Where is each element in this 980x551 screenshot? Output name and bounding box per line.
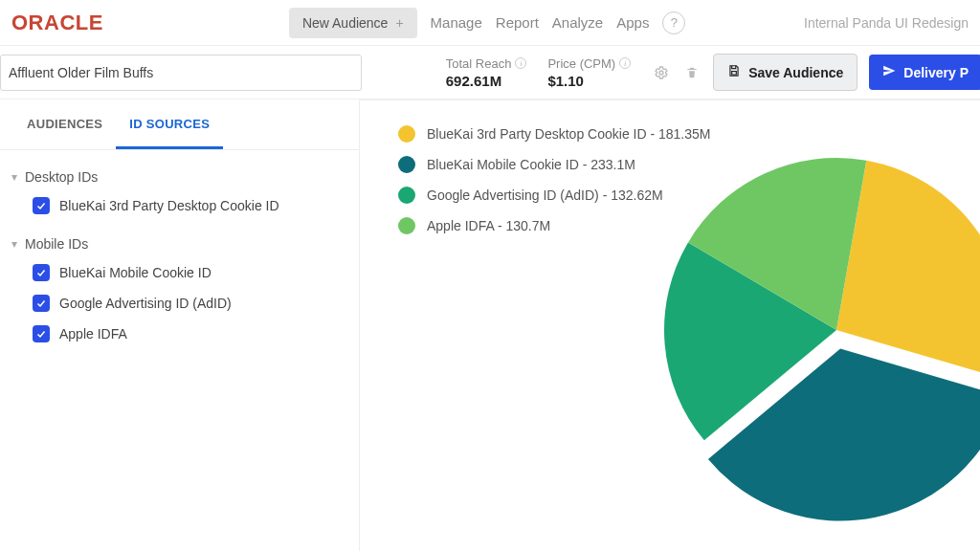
save-label: Save Audience	[748, 65, 843, 80]
main-panel: BlueKai 3rd Party Desktop Cookie ID - 18…	[360, 99, 980, 551]
nav-manage[interactable]: Manage	[431, 14, 482, 31]
save-icon	[727, 64, 741, 80]
delivery-button[interactable]: Delivery P	[869, 55, 980, 90]
tree-item-mobile-cookie[interactable]: BlueKai Mobile Cookie ID	[11, 257, 347, 288]
tree-group-mobile: ▾ Mobile IDs BlueKai Mobile Cookie ID Go…	[11, 232, 347, 349]
new-audience-button[interactable]: New Audience +	[289, 8, 417, 38]
tree-group-label: Mobile IDs	[25, 236, 88, 252]
tab-audiences[interactable]: AUDIENCES	[13, 99, 116, 149]
pie-chart	[645, 139, 980, 521]
chevron-down-icon: ▾	[11, 237, 17, 251]
svg-rect-1	[732, 72, 737, 76]
tree-item-desktop-cookie[interactable]: BlueKai 3rd Party Desktop Cookie ID	[11, 190, 347, 221]
sidebar: AUDIENCES ID SOURCES ▾ Desktop IDs BlueK…	[0, 99, 360, 551]
nav-report[interactable]: Report	[496, 14, 539, 31]
metric-cpm: Price (CPM) i $1.10	[547, 56, 631, 89]
tree-group-header-desktop[interactable]: ▾ Desktop IDs	[11, 165, 347, 190]
metric-cpm-value: $1.10	[547, 73, 631, 89]
svg-point-0	[659, 71, 663, 75]
checkbox-checked-icon[interactable]	[33, 264, 50, 281]
help-icon[interactable]: ?	[662, 11, 685, 34]
tree-item-label: BlueKai Mobile Cookie ID	[59, 265, 212, 280]
checkbox-checked-icon[interactable]	[33, 325, 50, 342]
checkbox-checked-icon[interactable]	[33, 295, 50, 312]
tree-item-apple-idfa[interactable]: Apple IDFA	[11, 319, 347, 349]
top-bar: ORACLE New Audience + Manage Report Anal…	[0, 0, 980, 46]
save-audience-button[interactable]: Save Audience	[713, 54, 858, 91]
project-name: Internal Panda UI Redesign	[804, 15, 969, 31]
tree-group-desktop: ▾ Desktop IDs BlueKai 3rd Party Desktop …	[11, 165, 347, 221]
tree-item-label: BlueKai 3rd Party Desktop Cookie ID	[59, 198, 279, 213]
plus-icon: +	[395, 15, 403, 31]
brand-logo: ORACLE	[11, 11, 103, 35]
chevron-down-icon: ▾	[11, 170, 17, 184]
nav-apps[interactable]: Apps	[616, 14, 649, 31]
info-icon[interactable]: i	[619, 57, 631, 69]
metric-reach: Total Reach i 692.61M	[446, 56, 527, 89]
legend-swatch	[398, 156, 415, 173]
metric-cpm-label: Price (CPM)	[547, 56, 615, 71]
id-source-tree: ▾ Desktop IDs BlueKai 3rd Party Desktop …	[0, 150, 359, 376]
checkbox-checked-icon[interactable]	[33, 197, 50, 214]
legend-label: Apple IDFA - 130.7M	[427, 218, 550, 233]
tree-group-label: Desktop IDs	[25, 169, 98, 185]
legend-swatch	[398, 125, 415, 143]
paper-plane-icon	[882, 64, 896, 80]
gear-icon[interactable]	[652, 63, 671, 82]
legend-swatch	[398, 187, 415, 204]
new-audience-label: New Audience	[302, 15, 389, 31]
tab-id-sources[interactable]: ID SOURCES	[116, 99, 223, 149]
metric-reach-label: Total Reach	[446, 56, 512, 71]
tree-group-header-mobile[interactable]: ▾ Mobile IDs	[11, 232, 347, 257]
tree-item-google-adid[interactable]: Google Advertising ID (AdID)	[11, 288, 347, 319]
tree-item-label: Apple IDFA	[59, 326, 127, 342]
content-area: AUDIENCES ID SOURCES ▾ Desktop IDs BlueK…	[0, 99, 980, 551]
trash-icon[interactable]	[682, 63, 702, 82]
metric-reach-value: 692.61M	[446, 73, 527, 89]
legend-swatch	[398, 217, 415, 234]
legend-label: BlueKai Mobile Cookie ID - 233.1M	[427, 157, 635, 172]
info-icon[interactable]: i	[515, 57, 526, 69]
delivery-label: Delivery P	[903, 65, 969, 80]
legend-label: Google Advertising ID (AdID) - 132.62M	[427, 187, 663, 203]
nav-analyze[interactable]: Analyze	[552, 14, 603, 31]
sub-bar: Total Reach i 692.61M Price (CPM) i $1.1…	[0, 46, 980, 99]
audience-name-input[interactable]	[0, 55, 362, 91]
tree-item-label: Google Advertising ID (AdID)	[59, 296, 232, 311]
sidebar-tabs: AUDIENCES ID SOURCES	[0, 99, 359, 150]
